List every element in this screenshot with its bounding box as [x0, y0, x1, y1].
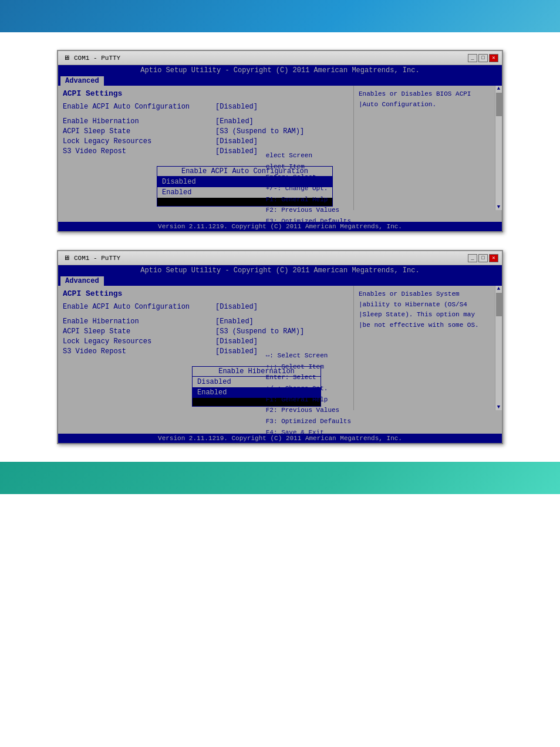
scroll-down-1[interactable]: ▼ — [497, 204, 500, 210]
top-decorative-bar — [0, 0, 560, 32]
bios-row-1-3: ACPI Sleep State [S3 (Suspend to RAM)] — [63, 127, 349, 136]
key-hint-1-1: elect Item — [266, 161, 351, 173]
bios-value-2-5: [Disabled] — [215, 347, 258, 356]
titlebar-1: 🖥 COM1 - PuTTY _ □ ✕ — [58, 51, 502, 65]
scroll-thumb-1[interactable] — [496, 93, 502, 116]
bios-label-2-2: Enable Hibernation — [63, 317, 215, 326]
key-hint-1-0: elect Screen — [266, 150, 351, 161]
bios-value-2-2: [Enabled] — [215, 317, 254, 326]
key-hint-1-4: F1: General Help — [266, 194, 351, 205]
key-2-8: ESC: Exit — [266, 438, 351, 444]
bios-row-1-4: Lock Legacy Resources [Disabled] — [63, 137, 349, 146]
bios-value-2-4: [Disabled] — [215, 337, 258, 346]
bios-tab-advanced-2[interactable]: Advanced — [60, 276, 104, 286]
bios-header-1: Aptio Setup Utility - Copyright (C) 2011… — [58, 65, 502, 76]
bios-body-2: ACPI Settings Enable ACPI Auto Configura… — [58, 286, 502, 410]
key-hint-1-5: F2: Previous Values — [266, 205, 351, 216]
putty-icon-2: 🖥 — [62, 253, 71, 263]
window-title-1: COM1 - PuTTY — [74, 55, 120, 62]
key-2-0: ↔: Select Screen — [266, 350, 351, 361]
title-left-2: 🖥 COM1 - PuTTY — [62, 253, 120, 263]
page-body: 🖥 COM1 - PuTTY _ □ ✕ Aptio Setup Utility… — [0, 32, 560, 462]
bios-label-1-3: ACPI Sleep State — [63, 127, 215, 136]
putty-window-2: 🖥 COM1 - PuTTY _ □ ✕ Aptio Setup Utility… — [57, 250, 503, 444]
key-2-2: Enter: Select — [266, 372, 351, 383]
bios-label-1-4: Lock Legacy Resources — [63, 137, 215, 146]
bios-value-1-5: [Disabled] — [215, 147, 258, 156]
window-title-2: COM1 - PuTTY — [74, 255, 120, 262]
bios-tab-row-1: Advanced — [58, 76, 502, 86]
key-2-7: F4: Save & Exit — [266, 427, 351, 438]
window-controls-1: _ □ ✕ — [468, 54, 498, 62]
key-2-1: ↑↓: Select Item — [266, 361, 351, 373]
bios-row-1-0: Enable ACPI Auto Configuration [Disabled… — [63, 103, 349, 111]
bios-header-text-2: Aptio Setup Utility - Copyright (C) 2011… — [140, 266, 419, 275]
maximize-btn-2[interactable]: □ — [478, 254, 488, 262]
bios-value-1-3: [S3 (Suspend to RAM)] — [215, 127, 304, 136]
bottom-decorative-bar — [0, 462, 560, 494]
bios-row-1-2: Enable Hibernation [Enabled] — [63, 117, 349, 126]
key-2-5: F2: Previous Values — [266, 405, 351, 416]
scroll-down-2[interactable]: ▼ — [497, 404, 500, 410]
maximize-btn-1[interactable]: □ — [478, 54, 488, 62]
bios-label-2-5: S3 Video Repost — [63, 347, 215, 356]
bios-value-1-2: [Enabled] — [215, 117, 254, 126]
bios-tab-advanced-1[interactable]: Advanced — [60, 76, 104, 86]
titlebar-2: 🖥 COM1 - PuTTY _ □ ✕ — [58, 251, 502, 265]
bios-screen-1: Aptio Setup Utility - Copyright (C) 2011… — [58, 65, 502, 231]
bios-row-2-0: Enable ACPI Auto Configuration [Disabled… — [63, 303, 349, 311]
bios-value-1-0: [Disabled] — [215, 103, 258, 111]
bios-label-2-4: Lock Legacy Resources — [63, 337, 215, 346]
bios-row-2-4: Lock Legacy Resources [Disabled] — [63, 337, 349, 346]
title-left-1: 🖥 COM1 - PuTTY — [62, 53, 120, 63]
key-2-4: F1: General Help — [266, 394, 351, 405]
bios-value-1-4: [Disabled] — [215, 137, 258, 146]
scroll-up-1[interactable]: ▲ — [497, 86, 500, 92]
key-hint-1-2: Enter: Select — [266, 172, 351, 183]
bios-header-text-1: Aptio Setup Utility - Copyright (C) 2011… — [140, 66, 419, 75]
bios-screen-2: Aptio Setup Utility - Copyright (C) 2011… — [58, 265, 502, 443]
bios-section-title-2: ACPI Settings — [63, 289, 349, 298]
key-2-6: F3: Optimized Defaults — [266, 416, 351, 427]
sidebar-text-1: Enables or Disables BIOS ACPI |Auto Conf… — [359, 89, 490, 110]
key-hint-1-7: F4: Save & Exit — [266, 227, 351, 231]
scroll-up-2[interactable]: ▲ — [497, 286, 500, 292]
bios-value-2-0: [Disabled] — [215, 303, 258, 311]
window-controls-2: _ □ ✕ — [468, 254, 498, 262]
minimize-btn-2[interactable]: _ — [468, 254, 477, 262]
bios-row-2-2: Enable Hibernation [Enabled] — [63, 317, 349, 326]
bios-sidebar-1: Enables or Disables BIOS ACPI |Auto Conf… — [354, 86, 495, 210]
scroll-thumb-2[interactable] — [496, 293, 502, 316]
sidebar-text-2: Enables or Disables System |ability to H… — [359, 289, 490, 330]
key-hint-1-3: +/-: Change Opt. — [266, 183, 351, 194]
scrollbar-1[interactable]: ▲ ▼ — [495, 86, 502, 210]
key-2-3: +/-: Change Opt. — [266, 383, 351, 394]
scrollbar-2[interactable]: ▲ ▼ — [495, 286, 502, 410]
bios-section-title-1: ACPI Settings — [63, 89, 349, 98]
close-btn-1[interactable]: ✕ — [489, 54, 498, 62]
bios-label-2-0: Enable ACPI Auto Configuration — [63, 303, 215, 311]
bios-label-1-0: Enable ACPI Auto Configuration — [63, 103, 215, 111]
keys-partial-1: elect Screen elect Item Enter: Select +/… — [266, 150, 353, 231]
bios-value-2-3: [S3 (Suspend to RAM)] — [215, 327, 304, 336]
bios-label-2-3: ACPI Sleep State — [63, 327, 215, 336]
key-hint-1-6: F3: Optimized Defaults — [266, 216, 351, 227]
bios-row-2-3: ACPI Sleep State [S3 (Suspend to RAM)] — [63, 327, 349, 336]
bios-label-1-5: S3 Video Repost — [63, 147, 215, 156]
bios-body-1: ACPI Settings Enable ACPI Auto Configura… — [58, 86, 502, 210]
bios-sidebar-2: Enables or Disables System |ability to H… — [354, 286, 495, 410]
bios-header-2: Aptio Setup Utility - Copyright (C) 2011… — [58, 265, 502, 276]
close-btn-2[interactable]: ✕ — [489, 254, 498, 262]
minimize-btn-1[interactable]: _ — [468, 54, 477, 62]
putty-icon-1: 🖥 — [62, 53, 71, 63]
bios-label-1-2: Enable Hibernation — [63, 117, 215, 126]
bios-tab-row-2: Advanced — [58, 276, 502, 286]
bios-main-2: ACPI Settings Enable ACPI Auto Configura… — [58, 286, 354, 410]
keys-2: ↔: Select Screen ↑↓: Select Item Enter: … — [266, 350, 353, 443]
putty-window-1: 🖥 COM1 - PuTTY _ □ ✕ Aptio Setup Utility… — [57, 50, 503, 232]
bios-main-1: ACPI Settings Enable ACPI Auto Configura… — [58, 86, 354, 210]
